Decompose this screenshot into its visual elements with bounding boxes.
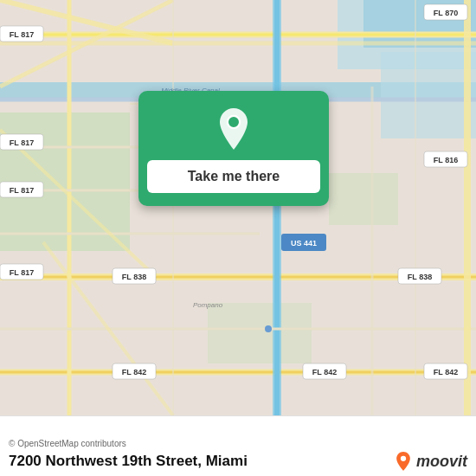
svg-text:FL 870: FL 870 (434, 9, 458, 17)
map-attribution: © OpenStreetMap contributors (9, 439, 467, 448)
svg-text:FL 817: FL 817 (10, 268, 34, 277)
moovit-pin-icon (394, 452, 413, 471)
svg-text:FL 842: FL 842 (312, 368, 337, 376)
popup-card: Take me there (138, 91, 329, 206)
svg-text:FL 842: FL 842 (122, 368, 146, 376)
svg-point-62 (401, 456, 406, 461)
bottom-content: 7200 Northwest 19th Street, Miami moovit (9, 452, 467, 471)
svg-text:FL 842: FL 842 (434, 368, 458, 376)
svg-point-61 (228, 116, 240, 128)
bottom-bar: © OpenStreetMap contributors 7200 Northw… (0, 415, 476, 476)
address-label: 7200 Northwest 19th Street, Miami (9, 453, 248, 470)
moovit-brand-text: moovit (416, 453, 467, 471)
svg-rect-18 (273, 0, 281, 415)
moovit-logo: moovit (394, 452, 467, 471)
svg-text:FL 838: FL 838 (122, 273, 146, 281)
svg-text:Pompano: Pompano (193, 301, 223, 309)
svg-text:FL 817: FL 817 (10, 30, 34, 39)
svg-rect-7 (208, 303, 312, 363)
map-container: FL 817 FL 817 FL 817 FL 817 FL 870 FL 81… (0, 0, 476, 415)
svg-text:FL 817: FL 817 (10, 138, 34, 147)
svg-text:FL 816: FL 816 (434, 156, 458, 164)
location-pin-icon (213, 108, 254, 150)
svg-rect-6 (329, 173, 398, 225)
svg-text:FL 817: FL 817 (10, 186, 34, 195)
take-me-there-button[interactable]: Take me there (147, 160, 320, 193)
svg-point-60 (265, 325, 272, 332)
svg-rect-4 (381, 52, 476, 138)
svg-text:US 441: US 441 (291, 239, 317, 248)
svg-text:FL 838: FL 838 (408, 273, 432, 281)
